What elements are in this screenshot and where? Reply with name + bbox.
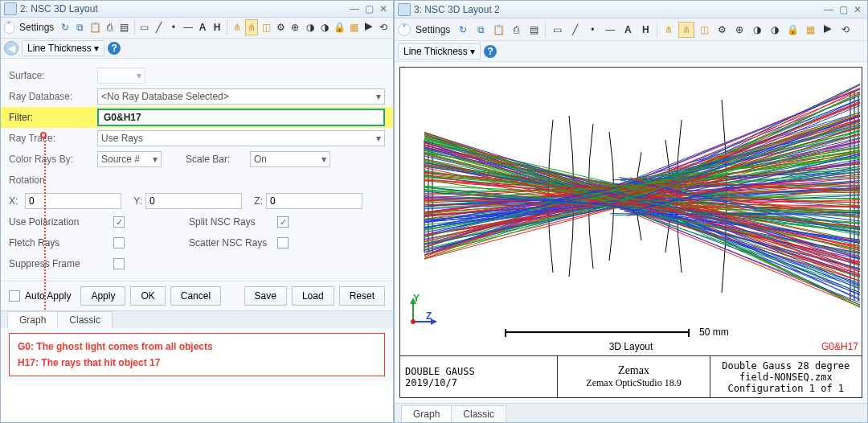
rotate-ccw-icon[interactable]: ⟲ bbox=[837, 22, 854, 38]
tab-classic-right[interactable]: Classic bbox=[451, 405, 506, 422]
dash-tool-icon[interactable]: — bbox=[602, 22, 618, 38]
restore-button[interactable]: ▢ bbox=[837, 3, 850, 16]
dot-tool-icon[interactable]: • bbox=[167, 19, 180, 35]
split-checkbox[interactable]: ✓ bbox=[277, 216, 289, 228]
help-icon[interactable]: ? bbox=[108, 42, 121, 55]
color-label: Color Rays By: bbox=[9, 154, 97, 165]
ok-button[interactable]: OK bbox=[130, 286, 165, 306]
zoom-tool-icon[interactable]: ⚙ bbox=[714, 22, 730, 38]
text-tool-icon[interactable]: A bbox=[620, 22, 636, 38]
scalebar-label: Scale Bar: bbox=[186, 154, 250, 165]
help-icon[interactable]: ? bbox=[484, 45, 497, 58]
minimize-button[interactable]: — bbox=[822, 3, 835, 16]
restore-button[interactable]: ▢ bbox=[362, 2, 375, 15]
dot-tool-icon[interactable]: • bbox=[584, 22, 600, 38]
target-icon[interactable]: ⊕ bbox=[289, 19, 301, 35]
button-row: Auto Apply Apply OK Cancel Save Load Res… bbox=[1, 281, 393, 310]
raydb-select[interactable]: <No Ray Database Selected>▾ bbox=[97, 88, 385, 105]
project-name: DOUBLE GAUSS bbox=[405, 366, 552, 377]
line-tool-icon[interactable]: ╱ bbox=[567, 22, 583, 38]
target-icon[interactable]: ⊕ bbox=[731, 22, 747, 38]
export-icon[interactable]: ⯈ bbox=[362, 19, 375, 35]
fletch-checkbox[interactable] bbox=[113, 237, 125, 248]
copy-icon[interactable]: ⧉ bbox=[73, 19, 86, 35]
refresh-icon[interactable]: ↻ bbox=[59, 19, 72, 35]
line-tool-icon[interactable]: ╱ bbox=[153, 19, 166, 35]
scatter-checkbox[interactable] bbox=[277, 237, 289, 248]
close-button[interactable]: ✕ bbox=[851, 3, 864, 16]
print-icon[interactable]: ⎙ bbox=[104, 19, 117, 35]
refresh-icon[interactable]: ↻ bbox=[455, 22, 471, 38]
minimize-button[interactable]: — bbox=[348, 2, 361, 15]
collapse-settings-icon[interactable]: ˄ bbox=[4, 21, 14, 34]
lock-icon[interactable]: 🔒 bbox=[333, 19, 346, 35]
scalebar-select[interactable]: On▾ bbox=[250, 151, 330, 167]
view-2d-icon[interactable]: ⋔ bbox=[231, 19, 244, 35]
use-pol-checkbox[interactable]: ✓ bbox=[113, 216, 125, 228]
view-shaded-icon[interactable]: ◫ bbox=[696, 22, 712, 38]
close-button[interactable]: ✕ bbox=[377, 2, 390, 15]
3d-viewport[interactable]: Y Z 50 mm 3D Layout G0&H17 DOUBLE GAUSS … bbox=[399, 67, 862, 398]
right-titlebar: 3: NSC 3D Layout 2 — ▢ ✕ bbox=[395, 1, 867, 18]
h-tool-icon[interactable]: H bbox=[637, 22, 653, 38]
rect-tool-icon[interactable]: ▭ bbox=[138, 19, 151, 35]
rotation-y-input[interactable] bbox=[145, 193, 242, 209]
info-footer: DOUBLE GAUSS 2019/10/7 Zemax Zemax Optic… bbox=[400, 355, 862, 397]
suppress-checkbox[interactable] bbox=[113, 258, 125, 269]
apply-button[interactable]: Apply bbox=[80, 286, 125, 306]
load-button[interactable]: Load bbox=[292, 286, 334, 306]
expand-settings-icon[interactable]: ˅ bbox=[398, 23, 411, 36]
view-3d-icon[interactable]: ⋔ bbox=[245, 19, 258, 35]
lock-icon[interactable]: 🔒 bbox=[784, 22, 800, 38]
raydb-value: <No Ray Database Selected> bbox=[101, 91, 229, 102]
grid-icon[interactable]: ▦ bbox=[802, 22, 818, 38]
clipboard-icon[interactable]: 📋 bbox=[88, 19, 102, 35]
left-window-title: 2: NSC 3D Layout bbox=[20, 3, 346, 14]
save-button[interactable]: Save bbox=[244, 286, 287, 306]
back-icon[interactable]: ◀ bbox=[4, 41, 18, 55]
filter-input[interactable]: G0&H17 bbox=[97, 109, 385, 126]
line-thickness-label: Line Thickness bbox=[27, 43, 92, 54]
rotation-z-input[interactable] bbox=[266, 193, 362, 209]
viewport-title: 3D Layout bbox=[609, 341, 653, 352]
rotate-ccw-icon[interactable]: ⟲ bbox=[377, 19, 390, 35]
grid-icon[interactable]: ▦ bbox=[348, 19, 361, 35]
view-2d-icon[interactable]: ⋔ bbox=[661, 22, 677, 38]
auto-apply-checkbox[interactable] bbox=[9, 290, 20, 302]
tab-classic-left[interactable]: Classic bbox=[57, 311, 113, 328]
line-thickness-dropdown[interactable]: Line Thickness ▾ bbox=[398, 43, 481, 60]
line-thickness-dropdown[interactable]: Line Thickness ▾ bbox=[22, 40, 104, 56]
separator bbox=[227, 20, 227, 35]
rect-tool-icon[interactable]: ▭ bbox=[549, 22, 565, 38]
camera-2-icon[interactable]: ◑ bbox=[767, 22, 783, 38]
dash-tool-icon[interactable]: — bbox=[182, 19, 194, 35]
tab-graph-right[interactable]: Graph bbox=[401, 405, 452, 422]
view-shaded-icon[interactable]: ◫ bbox=[260, 19, 272, 35]
reset-button[interactable]: Reset bbox=[339, 286, 385, 306]
settings-label[interactable]: Settings bbox=[416, 24, 450, 35]
save-icon[interactable]: ▤ bbox=[118, 19, 131, 35]
export-icon[interactable]: ⯈ bbox=[820, 22, 836, 38]
save-icon[interactable]: ▤ bbox=[526, 22, 542, 38]
camera-1-icon[interactable]: ◑ bbox=[749, 22, 765, 38]
callout-connector bbox=[44, 138, 46, 313]
raytrace-select[interactable]: Use Rays▾ bbox=[97, 130, 385, 146]
clipboard-icon[interactable]: 📋 bbox=[490, 22, 506, 38]
h-tool-icon[interactable]: H bbox=[211, 19, 223, 35]
settings-label[interactable]: Settings bbox=[19, 22, 54, 33]
zoom-tool-icon[interactable]: ⚙ bbox=[274, 19, 287, 35]
copy-icon[interactable]: ⧉ bbox=[473, 22, 489, 38]
color-select[interactable]: Source #▾ bbox=[97, 151, 162, 167]
camera-1-icon[interactable]: ◑ bbox=[304, 19, 317, 35]
annotation-callout: G0: The ghost light comes from all objec… bbox=[9, 333, 385, 376]
text-tool-icon[interactable]: A bbox=[196, 19, 209, 35]
print-icon[interactable]: ⎙ bbox=[508, 22, 524, 38]
tab-graph-left[interactable]: Graph bbox=[7, 311, 58, 328]
rotation-x-input[interactable] bbox=[25, 193, 121, 209]
line-thickness-label: Line Thickness bbox=[403, 46, 468, 57]
separator bbox=[657, 23, 657, 37]
cancel-button[interactable]: Cancel bbox=[170, 286, 221, 306]
camera-2-icon[interactable]: ◑ bbox=[318, 19, 331, 35]
surface-select[interactable]: ▾ bbox=[97, 68, 145, 84]
view-3d-icon[interactable]: ⋔ bbox=[678, 22, 694, 38]
